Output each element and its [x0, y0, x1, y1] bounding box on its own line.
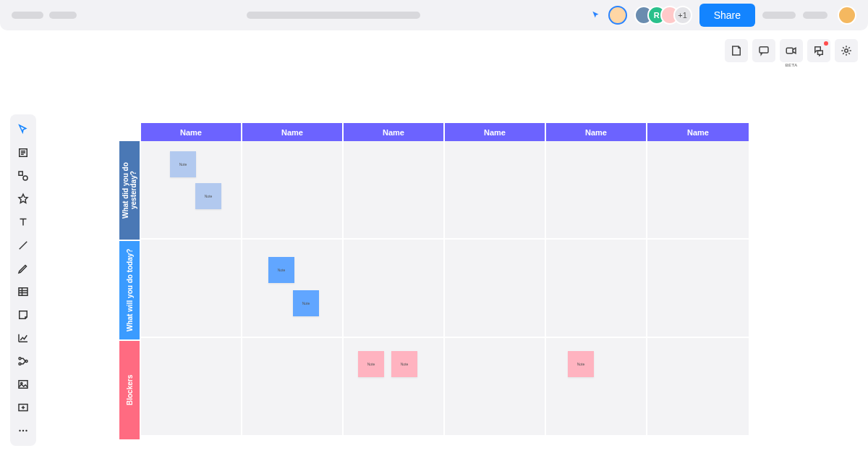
svg-point-15: [25, 430, 27, 431]
grid-cell[interactable]: [546, 141, 647, 238]
sticky-note[interactable]: Note: [568, 351, 594, 377]
connector-tool-icon[interactable]: [12, 350, 35, 372]
top-placeholder[interactable]: [762, 12, 796, 19]
column-header[interactable]: Name: [546, 123, 647, 141]
grid-cell[interactable]: Note: [546, 338, 647, 435]
row-header[interactable]: What will you do today?: [119, 241, 140, 339]
grid-cell[interactable]: [344, 240, 445, 337]
grid-cell[interactable]: [344, 141, 445, 238]
share-button[interactable]: Share: [699, 4, 755, 27]
sticky-note[interactable]: Note: [358, 351, 384, 377]
text-tool-icon[interactable]: [12, 211, 35, 233]
cursor-tool-icon[interactable]: [12, 119, 35, 140]
top-bar-right: R +1 Share: [591, 4, 856, 27]
grid-cell[interactable]: [141, 240, 242, 337]
grid-row: NoteNote: [141, 141, 749, 240]
more-tool-icon[interactable]: [12, 420, 35, 442]
note-icon[interactable]: [725, 39, 748, 62]
sticky-note[interactable]: Note: [268, 257, 294, 283]
grid-cell[interactable]: [242, 338, 344, 435]
shapes-tool-icon[interactable]: [12, 165, 35, 187]
svg-point-9: [25, 360, 27, 363]
grid-cell[interactable]: [647, 338, 749, 435]
column-header[interactable]: Name: [242, 123, 344, 141]
svg-point-13: [19, 430, 20, 431]
svg-point-2: [845, 49, 848, 53]
table-tool-icon[interactable]: [12, 281, 35, 303]
sticky-tool-icon[interactable]: [12, 304, 35, 326]
star-tool-icon[interactable]: [12, 188, 35, 210]
grid-cell[interactable]: [141, 338, 242, 435]
svg-rect-10: [19, 381, 27, 389]
user-avatar[interactable]: [838, 6, 856, 25]
sticky-note[interactable]: Note: [170, 151, 196, 177]
svg-rect-1: [786, 48, 793, 54]
column-header[interactable]: Name: [344, 123, 445, 141]
top-bar-center: [85, 12, 582, 19]
top-bar: R +1 Share: [0, 0, 868, 30]
presenter-avatar[interactable]: [608, 6, 627, 25]
template-tool-icon[interactable]: [12, 142, 35, 164]
action-bar: BETA: [725, 39, 858, 62]
grid-cell[interactable]: [546, 240, 647, 337]
top-placeholder[interactable]: [803, 12, 827, 19]
svg-rect-4: [19, 172, 22, 175]
svg-rect-0: [760, 47, 768, 53]
row-headers: What did you do yesterday?What will you …: [119, 123, 140, 441]
menu-placeholder[interactable]: [49, 12, 77, 19]
row-header[interactable]: What did you do yesterday?: [119, 141, 140, 240]
column-header[interactable]: Name: [445, 123, 546, 141]
top-bar-left: [12, 12, 77, 19]
menu-placeholder[interactable]: [12, 12, 43, 19]
corner-spacer: [119, 123, 140, 141]
svg-point-14: [22, 430, 24, 431]
video-icon[interactable]: BETA: [780, 39, 803, 62]
pen-tool-icon[interactable]: [12, 258, 35, 279]
beta-label: BETA: [785, 63, 797, 67]
grid-cell[interactable]: [445, 240, 546, 337]
embed-tool-icon[interactable]: [12, 397, 35, 418]
collaborator-avatars: R +1: [634, 6, 692, 25]
image-tool-icon[interactable]: [12, 373, 35, 395]
side-toolbar: [10, 114, 36, 446]
svg-rect-6: [19, 288, 27, 296]
svg-point-5: [23, 176, 27, 180]
grid-cell[interactable]: NoteNote: [242, 240, 344, 337]
chart-tool-icon[interactable]: [12, 327, 35, 349]
grid-cell[interactable]: NoteNote: [141, 141, 242, 238]
row-header[interactable]: Blockers: [119, 341, 140, 439]
chat-icon[interactable]: [807, 39, 830, 62]
grid-cell[interactable]: NoteNote: [344, 338, 445, 435]
svg-point-8: [19, 363, 21, 365]
avatar-overflow[interactable]: +1: [673, 6, 692, 25]
svg-point-7: [19, 358, 21, 360]
grid-cell[interactable]: [647, 141, 749, 238]
sticky-note[interactable]: Note: [391, 351, 417, 377]
column-headers: NameNameNameNameNameName: [141, 123, 749, 141]
grid-area: NameNameNameNameNameName NoteNoteNoteNot…: [141, 123, 749, 441]
grid-rows: NoteNoteNoteNoteNoteNoteNote: [141, 141, 749, 436]
title-placeholder[interactable]: [247, 12, 420, 19]
settings-icon[interactable]: [835, 39, 858, 62]
grid-cell[interactable]: [445, 141, 546, 238]
grid-cell[interactable]: [242, 141, 344, 238]
notification-dot: [824, 41, 828, 46]
presence-cursor-icon: [591, 10, 601, 20]
sticky-note[interactable]: Note: [293, 290, 319, 316]
grid-row: NoteNote: [141, 240, 749, 338]
column-header[interactable]: Name: [647, 123, 749, 141]
grid-cell[interactable]: [445, 338, 546, 435]
comment-icon[interactable]: [752, 39, 775, 62]
sticky-note[interactable]: Note: [195, 183, 221, 209]
grid-row: NoteNoteNote: [141, 338, 749, 436]
standup-board[interactable]: What did you do yesterday?What will you …: [119, 123, 749, 441]
column-header[interactable]: Name: [141, 123, 242, 141]
line-tool-icon[interactable]: [12, 235, 35, 256]
grid-cell[interactable]: [647, 240, 749, 337]
